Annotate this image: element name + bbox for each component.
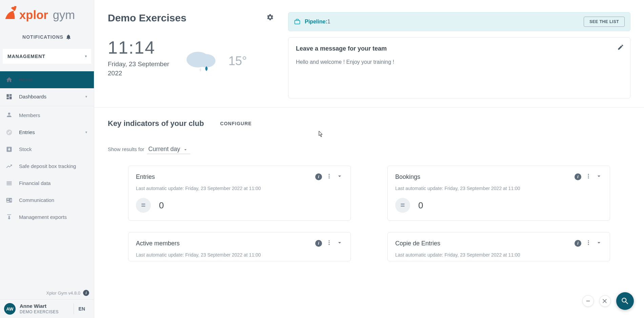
svg-point-13 — [329, 240, 330, 241]
top-left: Demo Exercises 11:14 Friday, 23 Septembe… — [108, 12, 274, 98]
trend-badge: = — [136, 198, 151, 213]
caret-down-icon: ▼ — [84, 55, 88, 58]
indicators-section: Key indicators of your club CONFIGURE Sh… — [94, 108, 644, 275]
kpi-value-row: = 0 — [136, 198, 343, 213]
svg-point-16 — [588, 240, 589, 241]
info-icon[interactable]: i — [575, 173, 581, 180]
more-icon[interactable] — [585, 173, 591, 181]
caret-down-icon: ▼ — [85, 95, 88, 98]
close-button[interactable] — [599, 295, 611, 307]
kpi-card-active-members: Active members i Last automatic update: … — [128, 232, 351, 261]
team-message-card: Leave a message for your team Hello and … — [288, 37, 630, 98]
nav-label: Dashboards — [19, 94, 46, 99]
weather: 15° — [182, 48, 247, 75]
search-fab[interactable] — [616, 292, 634, 310]
briefcase-icon — [294, 18, 301, 25]
svg-point-8 — [329, 176, 330, 177]
sidebar-item-exports[interactable]: Management exports — [0, 209, 94, 226]
see-list-button[interactable]: SEE THE LIST — [584, 17, 625, 27]
svg-point-10 — [588, 174, 589, 175]
pipeline-banner: Pipeline:1 SEE THE LIST — [288, 12, 630, 31]
cloud-rain-icon — [182, 48, 220, 75]
indicators-title: Key indicators of your club — [108, 119, 204, 128]
version-text: Xplor Gym v4.8.0 — [46, 291, 80, 296]
chevron-down-icon[interactable] — [596, 239, 602, 247]
svg-point-14 — [329, 242, 330, 243]
id-card-icon — [5, 197, 13, 204]
sidebar-footer: Xplor Gym v4.8.0 i AW Anne Wiart DEMO EX… — [0, 287, 94, 318]
nav-label: Management exports — [19, 214, 67, 220]
sidebar-item-communication[interactable]: Communication — [0, 192, 94, 209]
info-icon[interactable]: i — [315, 173, 322, 180]
kpi-card-copie-entries: Copie de Entries i Last automatic update… — [387, 232, 610, 261]
trend-badge: = — [395, 198, 410, 213]
clock-date: 11:14 Friday, 23 September 2022 — [108, 37, 171, 78]
home-icon — [5, 76, 13, 83]
floating-actions — [582, 292, 634, 310]
user-bar[interactable]: AW Anne Wiart DEMO EXERCISES EN — [0, 299, 94, 318]
kpi-card-bookings: Bookings i Last automatic update: Friday… — [387, 166, 610, 221]
message-title: Leave a message for your team — [296, 45, 623, 52]
svg-point-18 — [588, 244, 589, 245]
svg-rect-19 — [586, 301, 590, 301]
top-right: Pipeline:1 SEE THE LIST Leave a message … — [284, 12, 630, 98]
sidebar-item-safedeposit[interactable]: Safe deposit box tracking — [0, 158, 94, 175]
export-icon — [5, 213, 13, 221]
user-info: Anne Wiart DEMO EXERCISES — [20, 303, 59, 315]
gear-icon[interactable] — [266, 14, 274, 22]
nav-label: Communication — [19, 197, 54, 203]
nav-label: Entries — [19, 129, 35, 135]
svg-text:xplor: xplor — [19, 8, 48, 21]
minimize-button[interactable] — [582, 295, 594, 307]
chevron-down-icon[interactable] — [596, 173, 602, 181]
info-icon[interactable]: i — [315, 240, 322, 247]
page-title: Demo Exercises — [108, 12, 186, 24]
kpi-subtitle: Last automatic update: Friday, 23 Septem… — [136, 252, 343, 258]
title-row: Demo Exercises — [108, 12, 274, 24]
sidebar-item-dashboards[interactable]: Dashboards ▼ — [0, 88, 94, 105]
configure-button[interactable]: CONFIGURE — [220, 121, 252, 126]
top-section: Demo Exercises 11:14 Friday, 23 Septembe… — [94, 0, 644, 108]
kpi-title: Entries — [136, 173, 155, 181]
sidebar-item-home[interactable]: Home — [0, 71, 94, 88]
language-toggle[interactable]: EN — [74, 303, 90, 314]
sidebar-item-stock[interactable]: Stock — [0, 141, 94, 158]
kpi-subtitle: Last automatic update: Friday, 23 Septem… — [395, 252, 602, 258]
svg-point-5 — [197, 54, 215, 68]
chevron-down-icon[interactable] — [336, 239, 343, 247]
more-icon[interactable] — [326, 173, 332, 181]
swap-icon — [5, 129, 13, 136]
svg-text:gym: gym — [53, 8, 75, 21]
nav-label: Stock — [19, 146, 32, 152]
more-icon[interactable] — [326, 240, 332, 247]
sidebar-item-members[interactable]: Members — [0, 107, 94, 124]
nav-label: Home — [19, 77, 33, 82]
edit-icon[interactable] — [617, 44, 624, 52]
notifications-label: NOTIFICATIONS — [22, 34, 63, 40]
sidebar-item-entries[interactable]: Entries ▼ — [0, 124, 94, 141]
nav-label: Financial data — [19, 180, 51, 186]
avatar: AW — [4, 303, 16, 315]
kpi-subtitle: Last automatic update: Friday, 23 Septem… — [395, 186, 602, 191]
filter-select[interactable]: Current day — [147, 144, 190, 154]
message-body: Hello and welcome ! Enjoy your training … — [296, 59, 623, 65]
person-icon — [5, 112, 13, 119]
info-icon[interactable]: i — [83, 290, 89, 296]
pipeline-left: Pipeline:1 — [294, 18, 330, 25]
kpi-number: 0 — [418, 200, 423, 211]
trending-icon — [5, 163, 13, 170]
sidebar-item-financial[interactable]: Financial data — [0, 175, 94, 192]
version-row: Xplor Gym v4.8.0 i — [0, 287, 94, 299]
sidebar-nav: Home Dashboards ▼ Members Entries ▼ Stoc… — [0, 71, 94, 287]
nav-label: Safe deposit box tracking — [19, 163, 76, 169]
user-role: DEMO EXERCISES — [20, 310, 59, 315]
notifications-button[interactable]: NOTIFICATIONS — [0, 29, 94, 49]
more-icon[interactable] — [585, 240, 591, 247]
logo[interactable]: xplorgym — [0, 0, 94, 29]
management-dropdown[interactable]: MANAGEMENT ▼ — [3, 49, 91, 64]
dashboard-icon — [5, 93, 13, 100]
info-icon[interactable]: i — [575, 240, 581, 247]
kpi-title: Copie de Entries — [395, 240, 440, 247]
chevron-down-icon[interactable] — [336, 173, 343, 181]
svg-point-7 — [329, 174, 330, 175]
